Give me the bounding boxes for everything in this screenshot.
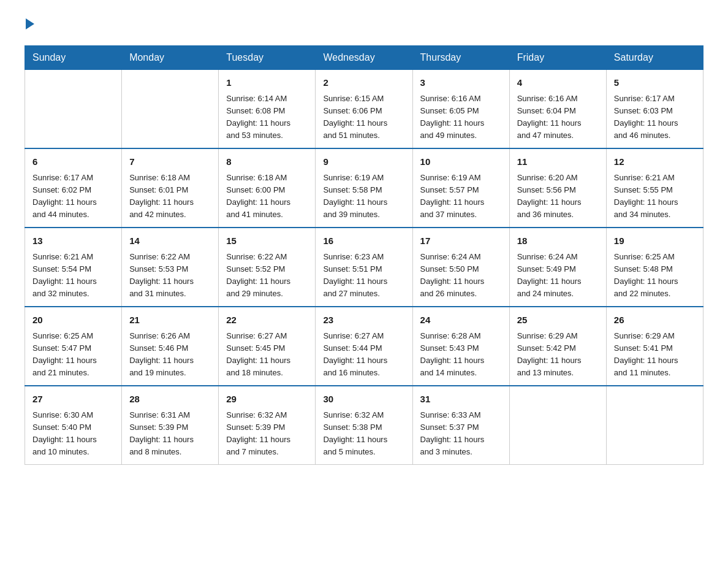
logo: [25, 18, 34, 33]
calendar-cell: [509, 386, 606, 465]
weekday-header-sunday: Sunday: [25, 46, 122, 70]
calendar-cell: 2Sunrise: 6:15 AMSunset: 6:06 PMDaylight…: [316, 70, 412, 149]
day-number: 20: [32, 313, 114, 327]
calendar-cell: 20Sunrise: 6:25 AMSunset: 5:47 PMDayligh…: [25, 307, 122, 386]
weekday-header-wednesday: Wednesday: [316, 46, 412, 70]
calendar-cell: 23Sunrise: 6:27 AMSunset: 5:44 PMDayligh…: [316, 307, 412, 386]
day-number: 21: [129, 313, 211, 327]
day-number: 30: [323, 393, 404, 407]
day-info: Sunrise: 6:29 AMSunset: 5:42 PMDaylight:…: [517, 330, 599, 380]
day-info: Sunrise: 6:33 AMSunset: 5:37 PMDaylight:…: [420, 409, 502, 459]
day-number: 31: [420, 393, 502, 407]
day-number: 2: [323, 76, 404, 90]
day-info: Sunrise: 6:18 AMSunset: 6:01 PMDaylight:…: [129, 172, 211, 221]
day-info: Sunrise: 6:17 AMSunset: 6:03 PMDaylight:…: [614, 93, 696, 142]
day-number: 26: [614, 313, 696, 327]
calendar-cell: 5Sunrise: 6:17 AMSunset: 6:03 PMDaylight…: [606, 70, 703, 149]
day-number: 12: [614, 155, 696, 169]
calendar-cell: 4Sunrise: 6:16 AMSunset: 6:04 PMDaylight…: [509, 70, 606, 149]
day-info: Sunrise: 6:22 AMSunset: 5:53 PMDaylight:…: [129, 251, 211, 301]
calendar-table: SundayMondayTuesdayWednesdayThursdayFrid…: [25, 45, 703, 465]
day-number: 18: [517, 234, 599, 248]
day-info: Sunrise: 6:29 AMSunset: 5:41 PMDaylight:…: [614, 330, 696, 380]
weekday-header-row: SundayMondayTuesdayWednesdayThursdayFrid…: [25, 46, 703, 70]
calendar-cell: 11Sunrise: 6:20 AMSunset: 5:56 PMDayligh…: [509, 148, 606, 228]
calendar-cell: [25, 70, 122, 149]
calendar-cell: 1Sunrise: 6:14 AMSunset: 6:08 PMDaylight…: [219, 70, 316, 149]
day-number: 14: [129, 234, 211, 248]
calendar-cell: 26Sunrise: 6:29 AMSunset: 5:41 PMDayligh…: [606, 307, 703, 386]
calendar-cell: 24Sunrise: 6:28 AMSunset: 5:43 PMDayligh…: [412, 307, 509, 386]
calendar-cell: 3Sunrise: 6:16 AMSunset: 6:05 PMDaylight…: [412, 70, 509, 149]
day-info: Sunrise: 6:31 AMSunset: 5:39 PMDaylight:…: [129, 409, 211, 459]
day-number: 4: [517, 76, 599, 90]
week-row-5: 27Sunrise: 6:30 AMSunset: 5:40 PMDayligh…: [25, 386, 703, 465]
logo-triangle-icon: [26, 18, 34, 29]
calendar-cell: 15Sunrise: 6:22 AMSunset: 5:52 PMDayligh…: [219, 228, 316, 307]
day-number: 5: [614, 76, 696, 90]
calendar-cell: 14Sunrise: 6:22 AMSunset: 5:53 PMDayligh…: [122, 228, 219, 307]
day-info: Sunrise: 6:19 AMSunset: 5:58 PMDaylight:…: [323, 172, 404, 221]
calendar-cell: 6Sunrise: 6:17 AMSunset: 6:02 PMDaylight…: [25, 148, 122, 228]
day-number: 15: [226, 234, 308, 248]
calendar-cell: 19Sunrise: 6:25 AMSunset: 5:48 PMDayligh…: [606, 228, 703, 307]
day-number: 8: [226, 155, 308, 169]
weekday-header-friday: Friday: [509, 46, 606, 70]
day-info: Sunrise: 6:24 AMSunset: 5:49 PMDaylight:…: [517, 251, 599, 301]
day-info: Sunrise: 6:25 AMSunset: 5:48 PMDaylight:…: [614, 251, 696, 301]
day-number: 25: [517, 313, 599, 327]
calendar-cell: 7Sunrise: 6:18 AMSunset: 6:01 PMDaylight…: [122, 148, 219, 228]
day-info: Sunrise: 6:26 AMSunset: 5:46 PMDaylight:…: [129, 330, 211, 380]
day-info: Sunrise: 6:24 AMSunset: 5:50 PMDaylight:…: [420, 251, 502, 301]
calendar-cell: [606, 386, 703, 465]
day-number: 17: [420, 234, 502, 248]
page-header: [25, 18, 703, 33]
day-info: Sunrise: 6:27 AMSunset: 5:45 PMDaylight:…: [226, 330, 308, 380]
calendar-cell: 18Sunrise: 6:24 AMSunset: 5:49 PMDayligh…: [509, 228, 606, 307]
calendar-cell: 10Sunrise: 6:19 AMSunset: 5:57 PMDayligh…: [412, 148, 509, 228]
day-info: Sunrise: 6:32 AMSunset: 5:38 PMDaylight:…: [323, 409, 404, 459]
weekday-header-thursday: Thursday: [412, 46, 509, 70]
day-info: Sunrise: 6:20 AMSunset: 5:56 PMDaylight:…: [517, 172, 599, 221]
day-info: Sunrise: 6:28 AMSunset: 5:43 PMDaylight:…: [420, 330, 502, 380]
calendar-cell: 27Sunrise: 6:30 AMSunset: 5:40 PMDayligh…: [25, 386, 122, 465]
day-info: Sunrise: 6:18 AMSunset: 6:00 PMDaylight:…: [226, 172, 308, 221]
day-number: 3: [420, 76, 502, 90]
calendar-cell: 31Sunrise: 6:33 AMSunset: 5:37 PMDayligh…: [412, 386, 509, 465]
calendar-cell: 17Sunrise: 6:24 AMSunset: 5:50 PMDayligh…: [412, 228, 509, 307]
day-number: 11: [517, 155, 599, 169]
calendar-cell: 13Sunrise: 6:21 AMSunset: 5:54 PMDayligh…: [25, 228, 122, 307]
calendar-cell: 21Sunrise: 6:26 AMSunset: 5:46 PMDayligh…: [122, 307, 219, 386]
day-number: 23: [323, 313, 404, 327]
week-row-3: 13Sunrise: 6:21 AMSunset: 5:54 PMDayligh…: [25, 228, 703, 307]
calendar-cell: 9Sunrise: 6:19 AMSunset: 5:58 PMDaylight…: [316, 148, 412, 228]
day-info: Sunrise: 6:19 AMSunset: 5:57 PMDaylight:…: [420, 172, 502, 221]
day-info: Sunrise: 6:22 AMSunset: 5:52 PMDaylight:…: [226, 251, 308, 301]
day-number: 28: [129, 393, 211, 407]
day-info: Sunrise: 6:32 AMSunset: 5:39 PMDaylight:…: [226, 409, 308, 459]
day-info: Sunrise: 6:15 AMSunset: 6:06 PMDaylight:…: [323, 93, 404, 142]
week-row-4: 20Sunrise: 6:25 AMSunset: 5:47 PMDayligh…: [25, 307, 703, 386]
calendar-cell: 25Sunrise: 6:29 AMSunset: 5:42 PMDayligh…: [509, 307, 606, 386]
day-number: 24: [420, 313, 502, 327]
day-info: Sunrise: 6:30 AMSunset: 5:40 PMDaylight:…: [32, 409, 114, 459]
day-number: 6: [32, 155, 114, 169]
day-number: 10: [420, 155, 502, 169]
weekday-header-tuesday: Tuesday: [219, 46, 316, 70]
calendar-cell: 12Sunrise: 6:21 AMSunset: 5:55 PMDayligh…: [606, 148, 703, 228]
day-info: Sunrise: 6:27 AMSunset: 5:44 PMDaylight:…: [323, 330, 404, 380]
calendar-cell: 29Sunrise: 6:32 AMSunset: 5:39 PMDayligh…: [219, 386, 316, 465]
day-info: Sunrise: 6:16 AMSunset: 6:04 PMDaylight:…: [517, 93, 599, 142]
day-number: 19: [614, 234, 696, 248]
calendar-cell: [122, 70, 219, 149]
day-number: 9: [323, 155, 404, 169]
weekday-header-monday: Monday: [122, 46, 219, 70]
day-number: 1: [226, 76, 308, 90]
day-info: Sunrise: 6:25 AMSunset: 5:47 PMDaylight:…: [32, 330, 114, 380]
calendar-cell: 22Sunrise: 6:27 AMSunset: 5:45 PMDayligh…: [219, 307, 316, 386]
day-number: 13: [32, 234, 114, 248]
day-number: 29: [226, 393, 308, 407]
logo-text: [25, 18, 34, 33]
day-number: 16: [323, 234, 404, 248]
weekday-header-saturday: Saturday: [606, 46, 703, 70]
